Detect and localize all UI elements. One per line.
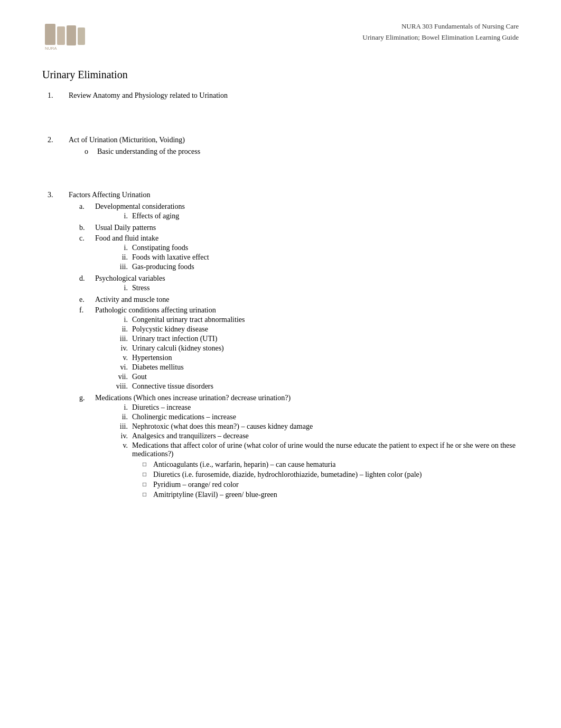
item-text: Pyridium – orange/ red color	[153, 481, 519, 489]
list-item: o Basic understanding of the process	[85, 148, 519, 156]
list-item: i. Stress	[111, 284, 519, 292]
roman-num: ii.	[111, 413, 132, 421]
roman-num: iii.	[111, 263, 132, 271]
roman-num: iii.	[111, 335, 132, 343]
spacer	[48, 167, 519, 182]
item-text: Congenital urinary tract abnormalities	[132, 316, 519, 324]
item-text: Connective tissue disorders	[132, 382, 519, 391]
item-number: 2.	[48, 136, 69, 144]
alpha-num: f.	[79, 306, 95, 315]
roman-num: i.	[111, 316, 132, 324]
list-item: □ Anticoagulants (i.e., warfarin, hepari…	[143, 460, 519, 469]
roman-num: vii.	[111, 373, 132, 381]
list-item: i. Constipating foods	[111, 244, 519, 252]
roman-num: iii.	[111, 422, 132, 431]
item-text: Usual Daily patterns	[95, 224, 156, 232]
sub-list-roman: i. Stress	[111, 284, 519, 292]
roman-num: vi.	[111, 363, 132, 372]
list-item: iii. Urinary tract infection (UTI)	[111, 335, 519, 343]
list-item: i. Diuretics – increase	[111, 403, 519, 412]
alpha-num: e.	[79, 296, 95, 304]
list-item: iii. Nephrotoxic (what does this mean?) …	[111, 422, 519, 431]
item-text: Psychological variables	[95, 274, 165, 282]
page-title: Urinary Elimination	[42, 69, 519, 81]
list-item: vi. Diabetes mellitus	[111, 363, 519, 372]
roman-num: v.	[111, 441, 132, 450]
item-text: Constipating foods	[132, 244, 519, 252]
alpha-content: Usual Daily patterns	[95, 224, 519, 232]
roman-num: i.	[111, 244, 132, 252]
item-text: Basic understanding of the process	[97, 148, 200, 156]
roman-num: iv.	[111, 344, 132, 353]
item-text: Review Anatomy and Physiology related to…	[69, 91, 519, 100]
svg-rect-0	[45, 24, 55, 45]
header-text: NURA 303 Fundamentals of Nursing Care Ur…	[362, 21, 519, 43]
item-text: Effects of aging	[132, 212, 519, 220]
roman-num: v.	[111, 354, 132, 362]
bullet-icon: □	[143, 471, 153, 478]
alpha-content: Activity and muscle tone	[95, 296, 519, 304]
sub-list-roman: i. Diuretics – increase ii. Cholinergic …	[111, 403, 519, 501]
item-number: 3.	[48, 191, 69, 199]
bullet-icon: □	[143, 460, 153, 468]
roman-num: ii.	[111, 325, 132, 334]
item-text: Stress	[132, 284, 519, 292]
alpha-num: d.	[79, 274, 95, 283]
roman-num: i.	[111, 212, 132, 220]
svg-rect-1	[57, 26, 65, 45]
header: NURA NURA 303 Fundamentals of Nursing Ca…	[42, 21, 519, 53]
list-item: iv. Analgesics and tranquilizers – decre…	[111, 432, 519, 440]
list-item: c. Food and fluid intake i. Constipating…	[79, 234, 519, 272]
list-item: b. Usual Daily patterns	[79, 224, 519, 232]
alpha-num: c.	[79, 234, 95, 243]
list-item: iii. Gas-producing foods	[111, 263, 519, 271]
logo-icon: NURA	[42, 21, 127, 50]
item-text: Urinary calculi (kidney stones)	[132, 344, 519, 353]
list-item: 3. Factors Affecting Urination a. Develo…	[48, 191, 519, 504]
alpha-content: Psychological variables i. Stress	[95, 274, 519, 293]
item-text: Cholinergic medications – increase	[132, 413, 519, 421]
item-text: Urinary tract infection (UTI)	[132, 335, 519, 343]
list-item: e. Activity and muscle tone	[79, 296, 519, 304]
item-text: Diabetes mellitus	[132, 363, 519, 372]
item-text: Diuretics (i.e. furosemide, diazide, hyd…	[153, 471, 519, 479]
list-item: ii. Cholinergic medications – increase	[111, 413, 519, 421]
bullet-list: □ Anticoagulants (i.e., warfarin, hepari…	[143, 460, 519, 499]
list-item: v. Medications that affect color of urin…	[111, 441, 519, 501]
logo-area: NURA	[42, 21, 127, 53]
item-text: Act of Urination (Micturition, Voiding)	[69, 136, 519, 144]
page: NURA NURA 303 Fundamentals of Nursing Ca…	[0, 0, 561, 728]
main-content: 1. Review Anatomy and Physiology related…	[48, 91, 519, 504]
item-text: Gout	[132, 373, 519, 381]
alpha-num: b.	[79, 224, 95, 232]
item-text: Nephrotoxic (what does this mean?) – cau…	[132, 422, 519, 431]
course-subtitle: Urinary Elimination; Bowel Elimination L…	[362, 32, 519, 43]
list-item: vii. Gout	[111, 373, 519, 381]
item-content: Medications that affect color of urine (…	[132, 441, 519, 501]
alpha-content: Developmental considerations i. Effects …	[95, 202, 519, 222]
item-text: Activity and muscle tone	[95, 296, 169, 303]
alpha-num: g.	[79, 394, 95, 402]
list-item: iv. Urinary calculi (kidney stones)	[111, 344, 519, 353]
list-item: v. Hypertension	[111, 354, 519, 362]
svg-rect-2	[67, 25, 76, 45]
list-item: g. Medications (Which ones increase urin…	[79, 394, 519, 502]
sub-list-roman: i. Effects of aging	[111, 212, 519, 220]
alpha-content: Medications (Which ones increase urinati…	[95, 394, 519, 502]
list-item: 2. Act of Urination (Micturition, Voidin…	[48, 136, 519, 158]
item-text: Pathologic conditions affecting urinatio…	[95, 306, 216, 314]
alpha-content: Pathologic conditions affecting urinatio…	[95, 306, 519, 392]
sub-list-alpha: a. Developmental considerations i. Effec…	[79, 202, 519, 502]
roman-num: viii.	[111, 382, 132, 391]
list-item: a. Developmental considerations i. Effec…	[79, 202, 519, 222]
item-content: Act of Urination (Micturition, Voiding) …	[69, 136, 519, 158]
item-text: Gas-producing foods	[132, 263, 519, 271]
roman-num: iv.	[111, 432, 132, 440]
item-text: Medications that affect color of urine (…	[132, 441, 516, 458]
item-text: Anticoagulants (i.e., warfarin, heparin)…	[153, 460, 519, 469]
spacer	[48, 112, 519, 127]
item-text: Foods with laxative effect	[132, 253, 519, 262]
item-number: 1.	[48, 91, 69, 100]
sub-list-o: o Basic understanding of the process	[85, 148, 519, 156]
bullet-icon: □	[143, 491, 153, 499]
